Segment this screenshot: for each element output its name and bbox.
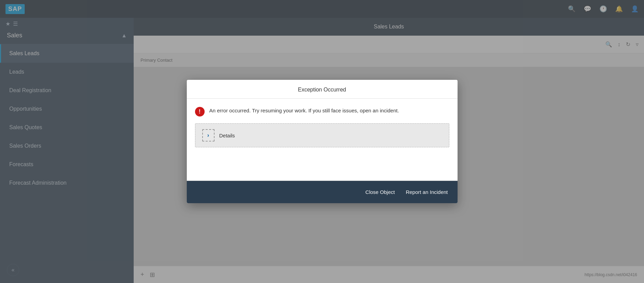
dialog-overlay: Exception Occurred ! An error occurred. … [0,0,644,283]
details-expand-icon[interactable]: › [202,129,215,142]
close-object-button[interactable]: Close Object [364,186,396,198]
dialog-header: Exception Occurred [187,80,458,99]
report-incident-button[interactable]: Report an Incident [404,186,449,198]
dialog-footer: Close Object Report an Incident [187,181,458,203]
error-icon: ! [195,107,205,116]
details-panel[interactable]: › Details [195,123,449,147]
dialog-message: An error occurred. Try resuming your wor… [209,107,399,115]
dialog-title: Exception Occurred [195,87,449,93]
dialog-body: ! An error occurred. Try resuming your w… [187,99,458,181]
dialog-message-row: ! An error occurred. Try resuming your w… [195,107,449,116]
exception-dialog: Exception Occurred ! An error occurred. … [187,80,458,203]
details-label: Details [219,133,235,138]
